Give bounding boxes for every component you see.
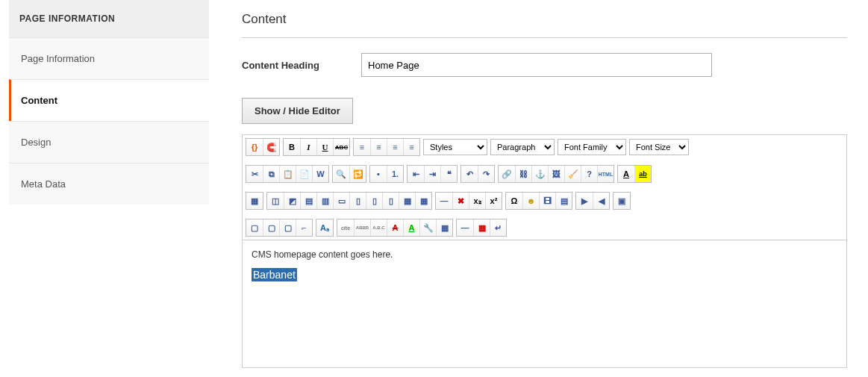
sidebar-item-meta-data[interactable]: Meta Data: [9, 163, 209, 205]
anchor-icon[interactable]: ⚓: [531, 166, 548, 182]
abbr-icon[interactable]: ABBR: [354, 219, 370, 236]
align-left-icon[interactable]: ≡: [354, 139, 370, 155]
flash-icon[interactable]: ▤: [555, 193, 572, 209]
widget-icon[interactable]: {}: [246, 139, 263, 155]
table-icon[interactable]: ▦: [246, 193, 263, 209]
variable-icon[interactable]: 🧲: [263, 139, 279, 155]
find-icon[interactable]: 🔍: [333, 166, 349, 182]
redo-icon[interactable]: ↷: [478, 166, 494, 182]
font-family-dropdown[interactable]: Font Family: [558, 139, 626, 155]
subscript-icon[interactable]: x₂: [469, 193, 485, 209]
nbsp-icon[interactable]: —: [457, 219, 473, 236]
delete-col-icon[interactable]: ▯: [382, 193, 399, 209]
cell-props-icon[interactable]: ◩: [284, 193, 300, 209]
strikethrough-icon[interactable]: ABC: [333, 139, 349, 155]
main-panel: Content Content Heading Show / Hide Edit…: [209, 0, 868, 368]
bg-color-icon[interactable]: ab: [634, 166, 651, 182]
template-icon[interactable]: ▦: [473, 219, 490, 236]
font-size-dropdown[interactable]: Font Size: [629, 139, 689, 155]
ol-icon[interactable]: 1.: [387, 166, 403, 182]
unlink-icon[interactable]: ⛓: [515, 166, 531, 182]
style-props-icon[interactable]: Aₐ: [316, 219, 333, 236]
cleanup-icon[interactable]: 🧹: [564, 166, 581, 182]
insert-col-before-icon[interactable]: ▯: [349, 193, 366, 209]
section-title: Content: [242, 12, 847, 38]
special-char-icon[interactable]: Ω: [506, 193, 522, 209]
absolute-icon[interactable]: ⌐: [296, 219, 312, 236]
indent-icon[interactable]: ⇥: [424, 166, 440, 182]
move-forward-icon[interactable]: ▢: [279, 219, 296, 236]
paste-text-icon[interactable]: 📄: [296, 166, 312, 182]
paste-icon[interactable]: 📋: [279, 166, 296, 182]
bold-icon[interactable]: B: [284, 139, 300, 155]
ul-icon[interactable]: •: [370, 166, 387, 182]
align-justify-icon[interactable]: ≡: [403, 139, 419, 155]
merge-cells-icon[interactable]: ▦: [415, 193, 431, 209]
del-icon[interactable]: A: [387, 219, 403, 236]
ins-icon[interactable]: A: [403, 219, 419, 236]
toggle-editor-button[interactable]: Show / Hide Editor: [242, 98, 353, 124]
sidebar-item-label: Content: [21, 95, 57, 106]
align-center-icon[interactable]: ≡: [370, 139, 387, 155]
move-back-icon[interactable]: ▢: [263, 219, 279, 236]
sidebar-item-label: Page Information: [21, 53, 95, 64]
cut-icon[interactable]: ✂: [246, 166, 263, 182]
paste-word-icon[interactable]: W: [312, 166, 328, 182]
fullscreen-icon[interactable]: ▣: [613, 193, 630, 209]
styles-dropdown[interactable]: Styles: [423, 139, 487, 155]
sidebar-item-label: Design: [21, 137, 51, 148]
editor-selected-text: Barbanet: [252, 268, 297, 281]
align-right-icon[interactable]: ≡: [387, 139, 403, 155]
sidebar-item-page-information[interactable]: Page Information: [9, 37, 209, 79]
sidebar-header: PAGE INFORMATION: [9, 0, 209, 37]
insert-row-after-icon[interactable]: ▥: [316, 193, 333, 209]
insert-row-before-icon[interactable]: ▤: [300, 193, 316, 209]
hr-icon[interactable]: —: [436, 193, 452, 209]
link-icon[interactable]: 🔗: [499, 166, 515, 182]
visual-aid-icon[interactable]: ▦: [436, 219, 452, 236]
sidebar: PAGE INFORMATION Page Information Conten…: [0, 0, 209, 368]
attributes-icon[interactable]: 🔧: [419, 219, 436, 236]
rtl-icon[interactable]: ◀: [593, 193, 609, 209]
underline-icon[interactable]: U: [316, 139, 333, 155]
wysiwyg-editor: {} 🧲 B I U ABC ≡ ≡ ≡ ≡ Styles Paragraph: [242, 134, 847, 368]
split-cells-icon[interactable]: ▦: [399, 193, 415, 209]
acronym-icon[interactable]: A.B.C: [370, 219, 387, 236]
image-icon[interactable]: 🖼: [548, 166, 564, 182]
outdent-icon[interactable]: ⇤: [408, 166, 424, 182]
sidebar-item-content[interactable]: Content: [9, 79, 209, 121]
blockquote-icon[interactable]: ❝: [440, 166, 457, 182]
replace-icon[interactable]: 🔁: [349, 166, 366, 182]
insert-col-after-icon[interactable]: ▯: [366, 193, 382, 209]
help-icon[interactable]: ?: [581, 166, 597, 182]
content-heading-input[interactable]: [361, 53, 712, 77]
emoticon-icon[interactable]: ☻: [522, 193, 539, 209]
field-content-heading: Content Heading: [242, 53, 847, 77]
media-icon[interactable]: 🎞: [539, 193, 555, 209]
copy-icon[interactable]: ⧉: [263, 166, 279, 182]
editor-content-area[interactable]: CMS homepage content goes here. Barbanet: [243, 240, 846, 367]
sidebar-item-label: Meta Data: [21, 178, 66, 190]
row-props-icon[interactable]: ◫: [267, 193, 284, 209]
html-icon[interactable]: HTML: [597, 166, 613, 182]
remove-format-icon[interactable]: ✖: [452, 193, 469, 209]
editor-paragraph: CMS homepage content goes here.: [252, 249, 837, 260]
undo-icon[interactable]: ↶: [461, 166, 478, 182]
sidebar-item-design[interactable]: Design: [9, 121, 209, 163]
delete-row-icon[interactable]: ▭: [333, 193, 349, 209]
superscript-icon[interactable]: x²: [485, 193, 502, 209]
cite-icon[interactable]: cite: [337, 219, 354, 236]
field-label: Content Heading: [242, 60, 361, 71]
pagebreak-icon[interactable]: ↵: [490, 219, 506, 236]
text-color-icon[interactable]: A: [618, 166, 634, 182]
layer-icon[interactable]: ▢: [246, 219, 263, 236]
italic-icon[interactable]: I: [300, 139, 316, 155]
editor-toolbar: {} 🧲 B I U ABC ≡ ≡ ≡ ≡ Styles Paragraph: [243, 135, 846, 240]
format-dropdown[interactable]: Paragraph: [490, 139, 555, 155]
ltr-icon[interactable]: ▶: [576, 193, 593, 209]
